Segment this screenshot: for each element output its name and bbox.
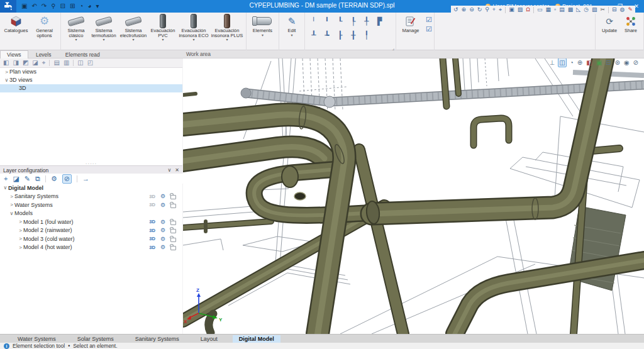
work-area-viewport[interactable]: ⊥ ◫ ◔ ⊕ ◧ ▣ ⊟ ⊛ ◉ ⊘ [183, 58, 644, 334]
badge-3d[interactable]: 3D [149, 202, 155, 208]
chevron-right-icon[interactable]: > [4, 68, 9, 76]
check-report-icon[interactable]: ☑ [426, 16, 432, 23]
keyboard-icon[interactable]: ▩ [568, 6, 574, 13]
sistema-electrofusion-button[interactable]: Sistema electrofusión ▾ [118, 14, 148, 42]
layer-row-water-systems[interactable]: > Water Systems 3D⚙ [0, 201, 182, 209]
collapse-panel-icon[interactable]: ∨ [167, 167, 171, 173]
catalogues-button[interactable]: Catalogues [2, 14, 30, 34]
clock-icon[interactable]: ◷ [584, 6, 589, 13]
chevron-right-icon[interactable]: > [18, 245, 23, 250]
tab-water-systems[interactable]: Water Systems [11, 335, 62, 343]
edit-pencil-icon[interactable]: ✎ [628, 6, 633, 13]
close-panel-icon[interactable]: ✕ [175, 167, 179, 173]
cut-icon[interactable]: ✂ [601, 6, 606, 13]
chevron-right-icon[interactable]: > [18, 228, 23, 233]
grid-icon[interactable]: ▦ [545, 6, 551, 13]
badge-3d[interactable]: 3D [149, 245, 155, 250]
3d-glasses-icon[interactable]: ◫ [558, 58, 566, 67]
generate-tee-icon[interactable]: ┸ [311, 31, 316, 40]
layer-row-model-4[interactable]: > Model 4 (hot water) 3D⚙ [0, 243, 182, 252]
layer-row-model-1[interactable]: > Model 1 (foul water) 3D⚙ [0, 218, 182, 226]
layer-gear-icon[interactable]: ⚙ [160, 236, 165, 242]
rotate-left-icon[interactable]: ↺ [453, 6, 458, 13]
zoom-out-icon[interactable]: ⊖ [469, 6, 474, 13]
undo-icon[interactable]: ↶ [31, 3, 36, 9]
add-layer-icon[interactable]: + [4, 175, 8, 183]
layer-row-model-3[interactable]: > Model 3 (cold water) 3D⚙ [0, 235, 182, 243]
generate-manifold-icon[interactable]: ▛ [377, 17, 382, 26]
check-verify-icon[interactable]: ☑ [426, 26, 432, 33]
lock-icon[interactable] [170, 195, 176, 199]
redo-icon[interactable]: ↷ [42, 3, 47, 9]
zoom-icon[interactable]: ⚲ [51, 3, 55, 9]
generate-branch2-icon[interactable]: ┠ [338, 31, 342, 40]
layer-gear-icon[interactable]: ⚙ [160, 202, 165, 208]
read-elements-icon[interactable]: ◫ [77, 59, 83, 67]
visibility-view-icon[interactable]: ⌖ [42, 59, 46, 67]
chevron-right-icon[interactable]: > [18, 219, 23, 224]
magnifier-icon[interactable]: ⚲ [485, 6, 489, 13]
generate-riser-icon[interactable]: ╵ [311, 17, 316, 26]
camera2-icon[interactable]: ▥ [64, 59, 69, 67]
globe-icon[interactable]: ◍ [620, 6, 625, 13]
options1-icon[interactable]: ◔ [79, 3, 83, 9]
layer-gear-icon[interactable]: ⚙ [160, 193, 165, 199]
layer-gear-icon[interactable]: ⚙ [160, 219, 165, 225]
edit-layer-icon[interactable]: ✎ [25, 175, 30, 183]
elements-button[interactable]: Elements ▾ [248, 14, 277, 37]
visibility-icon[interactable]: ◉ [623, 58, 630, 67]
texture-icon[interactable]: ▨ [518, 6, 523, 13]
hide-elements-icon[interactable]: ⊘ [633, 58, 639, 67]
layer-gear-icon[interactable]: ⚙ [160, 227, 165, 233]
tab-solar-systems[interactable]: Solar Systems [71, 335, 120, 343]
render-icon[interactable]: ⊛ [614, 58, 620, 67]
evacuacion-insonora-eco-button[interactable]: Evacuación insonora ECO ▾ [177, 14, 210, 42]
more-dropdown-icon[interactable]: ▾ [96, 3, 99, 9]
walkthrough-icon[interactable]: ⊥ [549, 58, 556, 67]
generate-branch-icon[interactable]: ┞ [351, 17, 355, 26]
orbit-icon[interactable]: ⊕ [577, 58, 583, 67]
tab-levels[interactable]: Levels [30, 51, 58, 58]
frame-icon[interactable]: ▭ [537, 6, 543, 13]
split-window-icon[interactable]: ⊟ [612, 6, 617, 13]
sistema-termofusion-button[interactable]: Sistema termofusión ▾ [89, 14, 118, 42]
save-icon[interactable]: ▣ [21, 3, 27, 9]
generate-cross2-icon[interactable]: ╂ [351, 31, 355, 40]
lock-icon[interactable] [170, 246, 176, 250]
tab-elements-read[interactable]: Elements read [59, 51, 106, 58]
snapshot-icon[interactable]: ▧ [592, 6, 597, 13]
print-icon[interactable]: ⊟ [60, 3, 65, 9]
layers-view-icon[interactable]: ⊟ [605, 58, 611, 67]
badge-3d[interactable]: 3D [149, 194, 155, 199]
layer-settings-gear-icon[interactable]: ⚙ [51, 175, 57, 183]
tree-item-3d[interactable]: 3D [0, 84, 182, 92]
general-options-button[interactable]: ⚙ General options [30, 14, 58, 38]
section-box-icon[interactable]: ◧ [586, 58, 592, 67]
chevron-right-icon[interactable]: > [9, 202, 14, 208]
evacuacion-pvc-button[interactable]: Evacuación PVC ▾ [148, 14, 177, 42]
rotate-right-icon[interactable]: ↻ [477, 6, 482, 13]
chevron-right-icon[interactable]: > [9, 194, 14, 199]
duplicate-view-icon[interactable]: ◩ [23, 59, 28, 67]
move-to-layer-icon[interactable]: → [82, 175, 89, 183]
lock-icon[interactable] [170, 229, 176, 233]
chevron-right-icon[interactable]: > [18, 236, 23, 241]
sistema-clasico-button[interactable]: Sistema clásico ▾ [63, 14, 89, 42]
badge-3d[interactable]: 3D [149, 236, 155, 241]
share-button[interactable]: Share [621, 14, 641, 34]
generate-cross-icon[interactable]: ╀ [364, 17, 369, 26]
tree-item-plan-views[interactable]: > Plan views [0, 68, 182, 76]
badge-3d[interactable]: 3D [149, 228, 155, 233]
lock-icon[interactable] [170, 204, 176, 208]
evacuacion-insonora-plus-button[interactable]: Evacuación insonora PLUS ▾ [210, 14, 244, 42]
chevron-down-icon[interactable]: ∨ [9, 211, 14, 216]
edit-view-icon[interactable]: ◨ [13, 59, 18, 67]
tab-layout[interactable]: Layout [194, 335, 224, 343]
generate-elbow-icon[interactable]: ┖ [338, 17, 342, 26]
tab-views[interactable]: Views [0, 50, 28, 58]
layer-row-models[interactable]: ∨ Models [0, 209, 182, 218]
tab-digital-model[interactable]: Digital Model [233, 335, 280, 343]
layer-row-sanitary-systems[interactable]: > Sanitary Systems 3D⚙ [0, 192, 182, 201]
shading-icon[interactable]: ◔ [569, 58, 574, 67]
manage-button[interactable]: Manage [398, 14, 423, 34]
